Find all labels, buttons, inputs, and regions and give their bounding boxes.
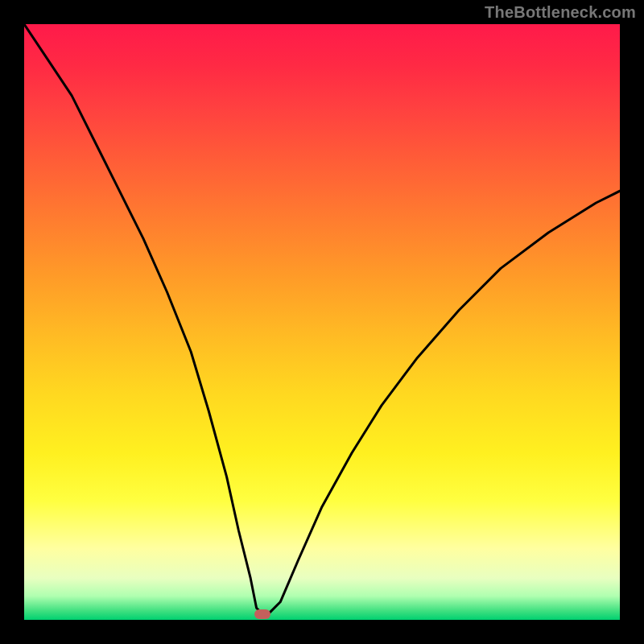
optimal-point-marker	[254, 609, 270, 619]
chart-frame: TheBottleneck.com	[0, 0, 644, 644]
plot-area	[24, 24, 620, 620]
watermark-text: TheBottleneck.com	[485, 3, 636, 22]
bottleneck-curve	[24, 24, 620, 620]
